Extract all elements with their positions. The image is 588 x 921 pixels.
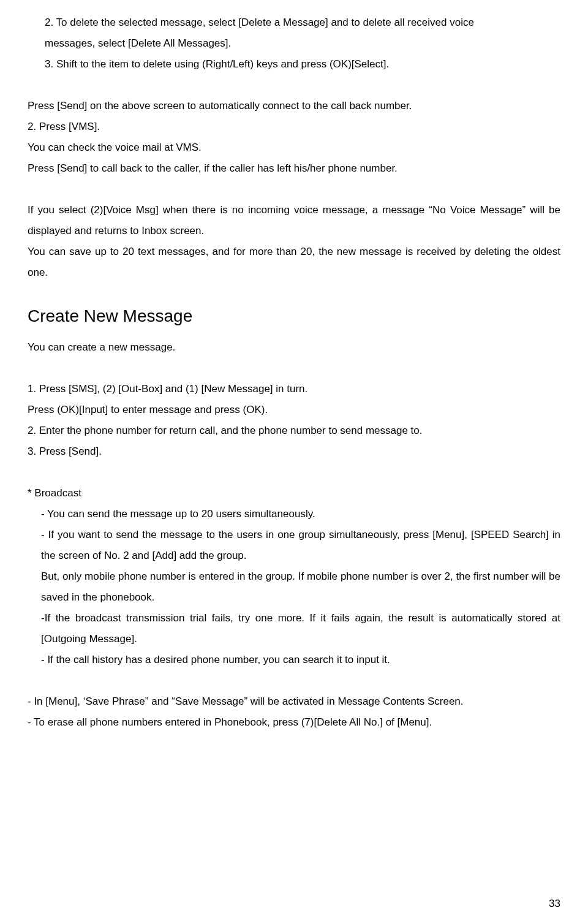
list-item: - You can send the message up to 20 user… bbox=[28, 504, 560, 525]
body-text: Press [Send] to call back to the caller,… bbox=[28, 158, 560, 179]
body-text: 3. Press [Send]. bbox=[28, 441, 560, 462]
body-text: You can save up to 20 text messages, and… bbox=[28, 241, 560, 283]
body-text: 1. Press [SMS], (2) [Out-Box] and (1) [N… bbox=[28, 379, 560, 400]
body-text: You can create a new message. bbox=[28, 337, 560, 358]
body-text: 2. Press [VMS]. bbox=[28, 116, 560, 137]
spacer bbox=[28, 462, 560, 483]
list-item: -If the broadcast transmission trial fai… bbox=[28, 608, 560, 650]
body-text: Press [Send] on the above screen to auto… bbox=[28, 96, 560, 116]
list-item: But, only mobile phone number is entered… bbox=[28, 566, 560, 608]
list-item: - If the call history has a desired phon… bbox=[28, 650, 560, 670]
broadcast-heading: * Broadcast bbox=[28, 483, 560, 504]
body-text: You can check the voice mail at VMS. bbox=[28, 137, 560, 158]
spacer bbox=[28, 358, 560, 379]
section-heading-create-new-message: Create New Message bbox=[28, 306, 560, 326]
spacer bbox=[28, 75, 560, 96]
body-text: - To erase all phone numbers entered in … bbox=[28, 712, 560, 733]
spacer bbox=[28, 670, 560, 691]
body-text: 2. Enter the phone number for return cal… bbox=[28, 420, 560, 441]
body-text: Press (OK)[Input] to enter message and p… bbox=[28, 400, 560, 420]
body-text: - In [Menu], ‘Save Phrase” and “Save Mes… bbox=[28, 691, 560, 712]
body-text: If you select (2)[Voice Msg] when there … bbox=[28, 200, 560, 241]
list-item: - If you want to send the message to the… bbox=[28, 525, 560, 566]
instruction-line: 2. To delete the selected message, selec… bbox=[28, 12, 560, 33]
spacer bbox=[28, 179, 560, 200]
page-number: 33 bbox=[549, 898, 560, 910]
instruction-line: messages, select [Delete All Messages]. bbox=[28, 33, 560, 54]
instruction-line: 3. Shift to the item to delete using (Ri… bbox=[28, 54, 560, 75]
